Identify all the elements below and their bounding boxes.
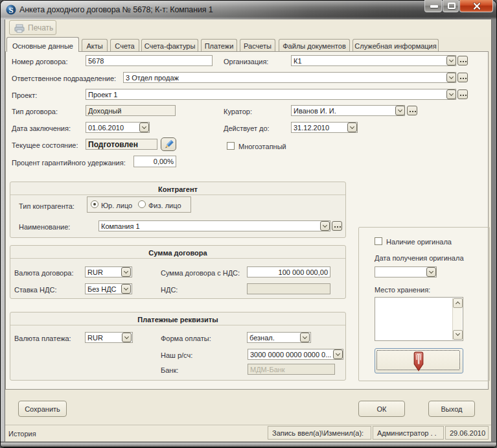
svg-text:S: S xyxy=(8,5,13,15)
